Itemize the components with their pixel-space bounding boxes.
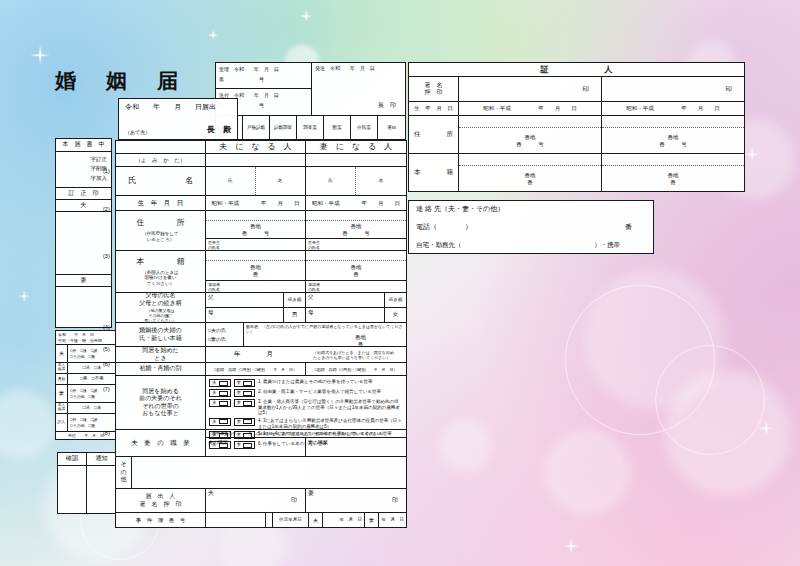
new-surname-label: 婚姻後の夫婦の 氏・新しい本籍 — [116, 323, 206, 346]
mayor-label: 長 殿 — [207, 125, 231, 135]
sei-marker: 氏 — [228, 178, 233, 183]
work-item: 夫 妻 3. 企業・個人商店等（官公庁は除く）の常用勤労者世帯で勤め先の従業者数… — [209, 399, 403, 416]
husband-relation-header: 続き柄 — [284, 293, 305, 308]
husband-householder-label: 世帯主 の氏名 — [206, 238, 305, 250]
confirm-cell — [58, 466, 87, 513]
wife-work-checkbox: 妻 — [234, 399, 256, 407]
correction-wife-area — [56, 287, 111, 327]
sparkle-icon — [744, 146, 760, 162]
identity-check-label: 本人 確認 — [56, 403, 68, 413]
husband-surname-checkbox: □夫の氏 — [208, 327, 241, 333]
wife-occupation-field: 妻の職業 — [306, 438, 406, 456]
husband-sign-tag: 夫 — [208, 490, 214, 511]
husband-domicile-banchi: 番地 番 — [206, 261, 305, 280]
work-item-text: 3. 企業・個人商店等（官公庁は除く）の常用勤労者世帯で勤め先の従業者数が1人か… — [258, 399, 403, 416]
wife-kana-field — [306, 154, 406, 166]
witness-birth-label: 生 年 月 日 — [409, 102, 459, 115]
checkbox — [243, 401, 252, 406]
witness-sign-label: 署 名 押 印 — [409, 77, 459, 101]
submission-date-box: 令和 年 月 日届出 （あて先） 長 殿 — [118, 98, 238, 140]
birth-label: 生 年 月 日 — [116, 196, 206, 210]
witness2-domicile-field — [602, 154, 744, 166]
husband-birth-field: 昭和・平成 年 月 日 — [206, 196, 306, 210]
occupation-note: （国勢調査の年… 年…の4月1日から翌年3月31日までに届出をするときだけ書いて… — [206, 430, 406, 438]
work-item-text: 1. 農業だけまたは農業とその他の仕事を持っている世帯 — [258, 379, 403, 385]
notify-header: 通知 — [87, 453, 116, 465]
wife-work-checkbox: 妻 — [234, 389, 256, 397]
correction-box: 本 届 書 中 字訂正 字削除 字加入 訂 正 印 夫 妻 — [55, 138, 112, 328]
process-cell: 戸籍記載 — [243, 116, 270, 139]
section-number: (6) — [103, 361, 110, 368]
wife-mother-field: 母 — [306, 308, 384, 323]
mei-marker: 名 — [379, 178, 384, 183]
contact-type-right: ）・携帯 — [594, 241, 620, 249]
sparkle-icon — [300, 10, 312, 22]
sparkle-icon — [563, 538, 579, 554]
husband-tag: 夫 — [212, 390, 217, 396]
identity-check: □済 □未 — [68, 403, 116, 413]
husband-work-checkbox: 夫 — [209, 399, 231, 407]
form-title: 婚姻届 — [55, 68, 208, 94]
wife-tag: 妻 — [237, 419, 242, 425]
sparkle-icon — [758, 420, 774, 436]
residence-wife-tag: 妻 — [365, 513, 379, 527]
cohabit-note: （結婚式をあげたとき、または、同居を始め たときのうち早いほうを書いてください） — [301, 347, 406, 362]
husband-given-name-field: 名 — [256, 167, 306, 195]
domicile-note: （外国人のときは 国籍だけを書い てください） — [142, 270, 178, 287]
domicile-label: 本 籍 — [137, 257, 185, 267]
checkbox — [243, 381, 252, 386]
checkbox — [219, 401, 228, 406]
section-number: (7) — [103, 386, 110, 393]
work-item: 夫 妻 1. 農業だけまたは農業とその他の仕事を持っている世帯 — [209, 379, 403, 387]
wife-birth-field: 昭和・平成 年 月 日 — [306, 196, 406, 210]
husband-occupation-field: 夫の職業 — [206, 438, 306, 456]
wife-surname-checkbox: □妻の氏 — [208, 336, 241, 342]
work-item: 夫 妻 4. 3にあてはまらない常用勤労者世帯及び会社団体の役員の世帯（日々また… — [209, 418, 403, 429]
witness-header: 証 人 — [409, 63, 744, 77]
name-label-mei: 名 — [185, 176, 193, 186]
sparkle-icon — [30, 45, 50, 65]
bokeh-circle — [545, 430, 630, 515]
address-note: （住民登録をして いるところ） — [142, 231, 178, 242]
marriage-registration-scan: 婚姻届 受理 令和 年 月 日 第 号 送付 令和 年 月 日 第 号 発送 令… — [0, 0, 800, 566]
sparkle-icon — [208, 30, 218, 40]
wife-head-label: 筆頭者 の氏名 — [306, 280, 406, 292]
residence-date-label: 住定年月日 — [273, 513, 309, 527]
section-number: (5) — [103, 346, 110, 353]
witness-table: 証 人 署 名 押 印 印 印 生 年 月 日 昭和・平成 年 月 日 昭和・平… — [408, 62, 745, 192]
husband-father-field: 父 — [206, 293, 283, 308]
witness1-birth-field: 昭和・平成 年 月 日 — [459, 102, 602, 115]
wife-remarriage-field: □初婚 再婚（□死別・□離別 年 月 日） — [306, 363, 406, 375]
checkbox — [219, 419, 228, 424]
receipt-table: 受理 令和 年 月 日 第 号 送付 令和 年 月 日 第 号 発送 令和 年 … — [215, 62, 406, 140]
occupation-label: 夫 妻 の 職 業 — [116, 430, 206, 456]
case-number-field — [206, 513, 266, 527]
husband-tag: 夫 — [212, 419, 217, 425]
move-check-label: 異動 — [56, 374, 68, 384]
witness1-sign-field: 印 — [459, 77, 602, 101]
husband-tag: 夫 — [212, 380, 217, 386]
wife-tag: 妻 — [237, 380, 242, 386]
wife-seal-mark: 印 — [392, 490, 398, 511]
witness2-birth-field: 昭和・平成 年 月 日 — [602, 102, 744, 115]
section-number: (1) — [103, 168, 110, 175]
kana-label: （よ み か た） — [116, 154, 206, 166]
other-label: そ の 他 — [116, 457, 132, 488]
declarant-sign-label: 届 出 人 署 名 押 印 — [116, 489, 206, 512]
correction-wife-label: 妻 — [56, 275, 111, 287]
checkbox — [243, 391, 252, 396]
sei-marker: 氏 — [328, 178, 333, 183]
mayor-seal-label: 長 印 — [315, 102, 402, 110]
ring-circle — [655, 345, 765, 455]
wife-sign-tag: 妻 — [308, 490, 314, 511]
husband-work-checkbox: 夫 — [209, 418, 231, 426]
process-witness-label: 証人 — [56, 414, 68, 431]
parents-note: （他の養父母は その他の欄に 書いてください） — [144, 308, 177, 323]
bokeh-circle — [0, 390, 55, 460]
husband-tag: 夫 — [212, 400, 217, 406]
process-cell: 附票 — [324, 116, 351, 139]
checkbox — [219, 381, 228, 386]
wife-column-header: 妻 に な る 人 — [306, 141, 406, 153]
husband-work-checkbox: 夫 — [209, 389, 231, 397]
witness1-address-banchi: 番地 番 号 — [459, 128, 601, 153]
